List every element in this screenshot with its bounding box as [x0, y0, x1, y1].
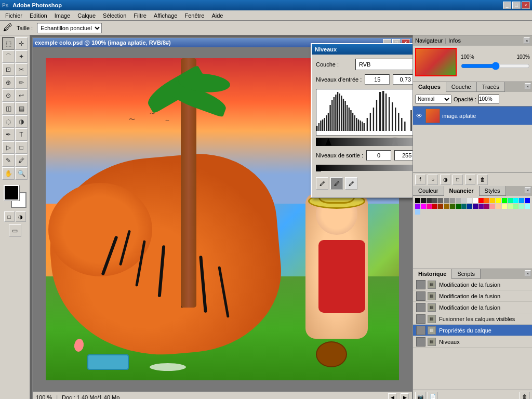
swatch-15[interactable]: [502, 198, 507, 203]
new-group-btn[interactable]: □: [453, 175, 463, 185]
menu-fenetre[interactable]: Fenêtre: [181, 11, 207, 20]
swatch-26[interactable]: [450, 204, 455, 209]
shape-tool[interactable]: □: [15, 141, 28, 154]
output-max[interactable]: [394, 150, 413, 161]
new-doc-from-state-btn[interactable]: 📄: [428, 392, 438, 400]
swatch-27[interactable]: [456, 204, 461, 209]
swatch-9[interactable]: [467, 198, 472, 203]
swatch-21[interactable]: [421, 204, 426, 209]
output-level-slider[interactable]: [316, 165, 413, 171]
swatch-10[interactable]: [473, 198, 478, 203]
traces-tab[interactable]: Tracés: [477, 82, 505, 92]
zoom-slider[interactable]: [461, 62, 530, 70]
swatch-36[interactable]: [508, 204, 513, 209]
heal-tool[interactable]: ⊕: [2, 76, 15, 89]
swatch-16[interactable]: [508, 198, 513, 203]
add-style-btn[interactable]: f: [415, 175, 425, 185]
layers-panel-close[interactable]: ×: [525, 83, 531, 89]
eraser-tool[interactable]: ◫: [2, 102, 15, 115]
add-mask-btn[interactable]: ○: [428, 175, 438, 185]
swatch-34[interactable]: [496, 204, 501, 209]
swatch-28[interactable]: [461, 204, 467, 209]
swatch-38[interactable]: [519, 204, 524, 209]
delete-layer-btn[interactable]: 🗑: [477, 175, 488, 185]
prev-canvas-btn[interactable]: ◀: [388, 393, 396, 400]
swatch-40[interactable]: [415, 209, 420, 215]
history-item-0[interactable]: ▤Modification de la fusion: [413, 279, 532, 290]
color-panel-close[interactable]: ×: [525, 187, 531, 193]
swatch-2[interactable]: [427, 198, 432, 203]
close-button[interactable]: ×: [522, 2, 530, 9]
swatch-33[interactable]: [490, 204, 495, 209]
swatch-25[interactable]: [444, 204, 449, 209]
input-min[interactable]: [365, 74, 390, 85]
historique-tab[interactable]: Historique: [413, 269, 452, 279]
swatch-18[interactable]: [519, 198, 524, 203]
opacity-input[interactable]: [478, 95, 499, 104]
swatch-11[interactable]: [478, 198, 484, 203]
input-mid[interactable]: [393, 74, 413, 85]
swatch-22[interactable]: [427, 204, 432, 209]
hand-tool[interactable]: ✋: [2, 167, 15, 180]
input-mid-handle[interactable]: [392, 138, 398, 145]
history-item-4[interactable]: ▤Propriétés du calque: [413, 325, 532, 336]
blend-mode-select[interactable]: Normal: [415, 95, 451, 104]
calques-tab[interactable]: Calques: [413, 82, 446, 92]
swatch-32[interactable]: [484, 204, 489, 209]
brush-tool[interactable]: ✏: [15, 76, 28, 89]
swatch-35[interactable]: [502, 204, 507, 209]
swatch-7[interactable]: [456, 198, 461, 203]
maximize-button[interactable]: □: [512, 2, 521, 9]
couche-select[interactable]: RVB: [355, 59, 413, 70]
delete-state-btn[interactable]: 🗑: [520, 392, 530, 400]
swatch-12[interactable]: [484, 198, 489, 203]
history-item-2[interactable]: ▤Modification de la fusion: [413, 302, 532, 313]
swatch-0[interactable]: [415, 198, 420, 203]
swatch-23[interactable]: [432, 204, 437, 209]
menu-selection[interactable]: Sélection: [100, 11, 129, 20]
styles-tab[interactable]: Styles: [480, 186, 506, 196]
pen-tool[interactable]: ✒: [2, 128, 15, 141]
menu-edition[interactable]: Edition: [26, 11, 50, 20]
swatch-37[interactable]: [513, 204, 518, 209]
eyedropper-tool[interactable]: 🖉: [15, 154, 28, 167]
swatch-5[interactable]: [444, 198, 449, 203]
magic-wand-tool[interactable]: ✦: [15, 50, 28, 63]
couleur-tab[interactable]: Couleur: [413, 186, 444, 196]
input-min-handle[interactable]: [325, 138, 331, 145]
lasso-tool[interactable]: ⌒: [2, 50, 15, 63]
navigator-tab[interactable]: Navigateur: [415, 37, 443, 44]
swatch-4[interactable]: [438, 198, 443, 203]
quick-mask-btn[interactable]: ◑: [16, 211, 26, 222]
zoom-tool[interactable]: 🔍: [15, 167, 28, 180]
new-snapshot-btn[interactable]: 📷: [415, 392, 425, 400]
blur-tool[interactable]: ◌: [2, 115, 15, 128]
swatch-20[interactable]: [415, 204, 420, 209]
crop-tool[interactable]: ⊡: [2, 63, 15, 76]
notes-tool[interactable]: ✎: [2, 154, 15, 167]
new-layer-btn[interactable]: +: [465, 175, 475, 185]
foreground-color[interactable]: [4, 185, 19, 201]
window-controls[interactable]: _ □ ×: [503, 2, 530, 9]
new-adj-layer-btn[interactable]: ◑: [440, 175, 450, 185]
gradient-tool[interactable]: ▤: [15, 102, 28, 115]
swatch-24[interactable]: [438, 204, 443, 209]
move-tool[interactable]: ✛: [15, 37, 28, 50]
menu-calque[interactable]: Calque: [74, 11, 99, 20]
output-min-handle[interactable]: [316, 165, 321, 171]
clone-tool[interactable]: ⊙: [2, 89, 15, 102]
couche-tab[interactable]: Couche: [446, 82, 477, 92]
swatch-31[interactable]: [478, 204, 484, 209]
menu-affichage[interactable]: Affichage: [151, 11, 181, 20]
history-item-5[interactable]: ▤Niveaux: [413, 336, 532, 348]
layer-item[interactable]: 👁 imaga aplatie: [413, 107, 532, 125]
dodge-tool[interactable]: ◑: [15, 115, 28, 128]
input-level-slider[interactable]: [316, 138, 413, 146]
layer-visibility-icon[interactable]: 👁: [415, 112, 423, 120]
eyedropper-tool-icon[interactable]: 🖉: [3, 22, 12, 33]
screen-mode-btn[interactable]: ▭: [9, 224, 21, 237]
menu-fichier[interactable]: Fichier: [2, 11, 25, 20]
swatch-30[interactable]: [473, 204, 478, 209]
swatch-39[interactable]: [525, 204, 530, 209]
swatch-3[interactable]: [432, 198, 437, 203]
